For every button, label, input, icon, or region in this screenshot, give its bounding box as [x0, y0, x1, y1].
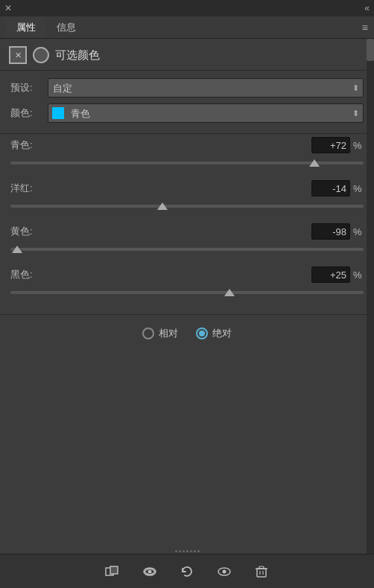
- tab-info[interactable]: 信息: [46, 17, 86, 38]
- radio-absolute-label: 绝对: [212, 327, 232, 340]
- preset-row: 预设: 自定: [10, 78, 364, 98]
- radio-relative[interactable]: 相对: [142, 327, 178, 340]
- magenta-slider-track-container[interactable]: [10, 199, 364, 213]
- view-button[interactable]: [212, 560, 236, 584]
- yellow-value-input[interactable]: -98: [311, 223, 350, 240]
- magenta-slider-row: 洋红: -14 %: [10, 180, 364, 213]
- magenta-slider-track: [10, 205, 364, 208]
- drag-handle[interactable]: [172, 549, 202, 553]
- black-slider-thumb[interactable]: [224, 289, 235, 296]
- cyan-label: 青色:: [10, 138, 42, 152]
- drag-dot-7: [197, 550, 200, 552]
- black-percent: %: [353, 269, 364, 281]
- scroll-thumb[interactable]: [367, 39, 374, 61]
- scroll-track[interactable]: [367, 39, 374, 554]
- color-select-wrapper: 青色: [48, 103, 364, 123]
- black-slider-track-container[interactable]: [10, 286, 364, 299]
- drag-dot-3: [183, 550, 185, 552]
- mask-icon: [9, 46, 27, 64]
- title-bar: ✕ «: [0, 0, 374, 16]
- black-label: 黑色:: [10, 268, 42, 281]
- delete-button[interactable]: [250, 560, 273, 584]
- magenta-slider-header: 洋红: -14 %: [10, 180, 364, 196]
- drag-dot-5: [190, 550, 192, 552]
- black-value-input[interactable]: +25: [311, 266, 350, 283]
- visibility-button[interactable]: [138, 560, 162, 584]
- svg-rect-6: [257, 569, 266, 577]
- drag-dot-6: [194, 550, 196, 552]
- panel-title: 可选颜色: [55, 48, 100, 63]
- preset-select-wrapper: 自定: [48, 78, 364, 98]
- circle-icon: [33, 47, 49, 63]
- cyan-slider-track: [10, 162, 364, 164]
- color-row: 颜色: 青色: [10, 103, 364, 123]
- svg-point-5: [223, 569, 226, 573]
- close-button[interactable]: ✕: [4, 3, 12, 13]
- svg-point-3: [148, 569, 152, 573]
- yellow-slider-track-container[interactable]: [10, 243, 364, 256]
- cyan-slider-header: 青色: +72 %: [10, 137, 364, 153]
- tab-properties[interactable]: 属性: [6, 17, 46, 38]
- cyan-slider-row: 青色: +72 %: [10, 137, 364, 170]
- panel-header: 可选颜色: [0, 39, 374, 70]
- yellow-label: 黄色:: [10, 225, 42, 238]
- bottom-toolbar: [0, 554, 374, 588]
- expand-button[interactable]: «: [364, 3, 370, 13]
- color-label: 颜色:: [10, 106, 42, 120]
- magenta-slider-thumb[interactable]: [157, 202, 168, 210]
- preset-select[interactable]: 自定: [48, 78, 364, 98]
- svg-rect-1: [110, 566, 118, 574]
- cyan-percent: %: [353, 140, 364, 151]
- yellow-slider-track: [10, 248, 364, 251]
- form-area: 预设: 自定 颜色: 青色: [0, 71, 374, 133]
- drag-dot-4: [186, 550, 188, 552]
- black-slider-row: 黑色: +25 %: [10, 266, 364, 299]
- radio-absolute[interactable]: 绝对: [196, 327, 232, 340]
- radio-relative-label: 相对: [159, 327, 178, 340]
- main-content: 属性 信息 ≡ 可选颜色 预设: 自定 颜色: 青色: [0, 16, 374, 588]
- magenta-percent: %: [353, 183, 364, 194]
- cyan-slider-thumb[interactable]: [309, 159, 320, 167]
- radio-absolute-circle: [196, 327, 208, 339]
- yellow-slider-header: 黄色: -98 %: [10, 223, 364, 240]
- cyan-value-input[interactable]: +72: [311, 137, 350, 153]
- color-select[interactable]: 青色: [48, 103, 364, 123]
- clip-mask-button[interactable]: [101, 560, 124, 584]
- magenta-label: 洋红:: [10, 182, 42, 195]
- yellow-slider-row: 黄色: -98 %: [10, 223, 364, 256]
- reset-button[interactable]: [175, 560, 199, 584]
- magenta-value-input[interactable]: -14: [311, 180, 350, 196]
- tabs-menu-icon[interactable]: ≡: [362, 22, 368, 33]
- drag-dot-2: [179, 550, 181, 552]
- sliders-area: 青色: +72 % 洋红: -14 %: [0, 134, 374, 314]
- tabs-bar: 属性 信息 ≡: [0, 16, 374, 39]
- drag-dot-1: [175, 550, 177, 552]
- yellow-percent: %: [353, 226, 364, 237]
- radio-relative-circle: [142, 327, 154, 339]
- radio-row: 相对 绝对: [0, 315, 374, 352]
- svg-rect-8: [259, 566, 264, 569]
- black-slider-track: [10, 291, 364, 294]
- preset-label: 预设:: [10, 81, 42, 95]
- yellow-slider-thumb[interactable]: [12, 246, 22, 253]
- cyan-slider-track-container[interactable]: [10, 156, 364, 170]
- black-slider-header: 黑色: +25 %: [10, 266, 364, 283]
